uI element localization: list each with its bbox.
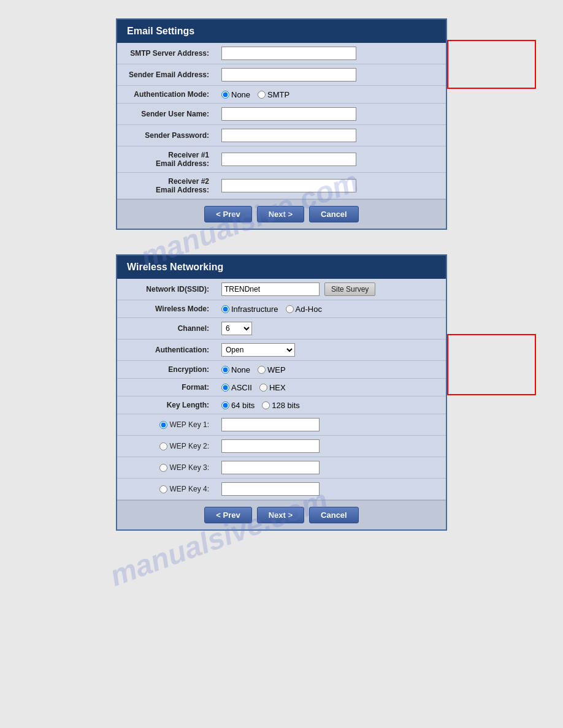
email-settings-title: Email Settings — [117, 20, 446, 43]
sender-username-label: Sender User Name: — [117, 104, 215, 125]
channel-cell: 12345 67891011 — [215, 318, 446, 339]
enc-none-option[interactable]: None — [221, 365, 250, 374]
wireless-networking-title: Wireless Networking — [117, 256, 446, 279]
infrastructure-option[interactable]: Infrastructure — [221, 305, 278, 314]
wep-key2-label: WEP Key 2: — [117, 436, 215, 457]
auth-smtp-radio[interactable] — [258, 91, 266, 99]
authentication-cell: Open Shared WPA-PSK WPA2-PSK — [215, 339, 446, 361]
receiver2-label: Receiver #2Email Address: — [117, 173, 215, 199]
key-length-label: Key Length: — [117, 396, 215, 414]
smtp-server-label: SMTP Server Address: — [117, 43, 215, 64]
wep-key3-radio-label[interactable]: WEP Key 3: — [123, 463, 209, 472]
wep-key3-input[interactable] — [221, 461, 320, 474]
email-prev-button[interactable]: < Prev — [204, 206, 251, 222]
wep-key1-label: WEP Key 1: — [117, 414, 215, 436]
wep-key1-input[interactable] — [221, 418, 320, 431]
auth-none-option[interactable]: None — [221, 90, 250, 99]
sender-password-input[interactable] — [221, 129, 356, 142]
keylength-64-option[interactable]: 64 bits — [221, 401, 255, 410]
sender-password-cell — [215, 125, 446, 146]
encryption-cell: None WEP — [215, 361, 446, 379]
receiver2-cell — [215, 173, 446, 199]
encryption-label: Encryption: — [117, 361, 215, 379]
keylength-64-radio[interactable] — [221, 401, 229, 409]
format-ascii-option[interactable]: ASCII — [221, 383, 252, 392]
wep-key2-radio-label[interactable]: WEP Key 2: — [123, 442, 209, 450]
wireless-mode-cell: Infrastructure Ad-Hoc — [215, 300, 446, 318]
wep-key4-radio[interactable] — [159, 485, 167, 493]
key-length-radio-group: 64 bits 128 bits — [221, 401, 440, 410]
authentication-select[interactable]: Open Shared WPA-PSK WPA2-PSK — [221, 343, 295, 357]
wep-key3-label: WEP Key 3: — [117, 457, 215, 479]
format-label: Format: — [117, 379, 215, 396]
smtp-server-input[interactable] — [221, 47, 356, 60]
sender-username-input[interactable] — [221, 107, 356, 121]
wep-key4-radio-label[interactable]: WEP Key 4: — [123, 485, 209, 493]
email-next-button[interactable]: Next > — [257, 206, 304, 222]
wep-key1-radio[interactable] — [159, 421, 167, 429]
auth-none-radio[interactable] — [221, 91, 229, 99]
wep-key1-cell — [215, 414, 446, 436]
adhoc-radio[interactable] — [286, 305, 294, 313]
smtp-server-cell — [215, 43, 446, 64]
encryption-radio-group: None WEP — [221, 365, 440, 374]
sender-email-input[interactable] — [221, 68, 356, 82]
auth-mode-radio-group: None SMTP — [221, 90, 440, 99]
wep-key1-radio-label[interactable]: WEP Key 1: — [123, 420, 209, 429]
channel-label: Channel: — [117, 318, 215, 339]
auth-mode-label: Authentication Mode: — [117, 86, 215, 104]
receiver1-cell — [215, 146, 446, 173]
wireless-cancel-button[interactable]: Cancel — [309, 507, 359, 523]
ssid-cell: Site Survey — [215, 279, 446, 300]
wep-key4-input[interactable] — [221, 482, 320, 496]
wireless-button-row: < Prev Next > Cancel — [117, 500, 446, 529]
email-settings-panel: Email Settings SMTP Server Address: Send… — [116, 18, 447, 230]
wireless-networking-panel: Wireless Networking Network ID(SSID): Si… — [116, 254, 447, 531]
wep-key2-cell — [215, 436, 446, 457]
ssid-input[interactable] — [221, 282, 320, 296]
format-radio-group: ASCII HEX — [221, 383, 440, 392]
receiver2-input[interactable] — [221, 179, 356, 192]
authentication-label: Authentication: — [117, 339, 215, 361]
format-hex-option[interactable]: HEX — [259, 383, 286, 392]
enc-wep-option[interactable]: WEP — [258, 365, 286, 374]
receiver1-input[interactable] — [221, 153, 356, 166]
red-highlight-email — [447, 40, 536, 89]
auth-mode-cell: None SMTP — [215, 86, 446, 104]
enc-none-radio[interactable] — [221, 366, 229, 374]
wireless-next-button[interactable]: Next > — [257, 507, 304, 523]
wireless-mode-label: Wireless Mode: — [117, 300, 215, 318]
format-cell: ASCII HEX — [215, 379, 446, 396]
sender-email-label: Sender Email Address: — [117, 64, 215, 86]
channel-select[interactable]: 12345 67891011 — [221, 322, 252, 335]
ssid-row: Site Survey — [221, 282, 440, 296]
format-ascii-radio[interactable] — [221, 384, 229, 392]
sender-password-label: Sender Password: — [117, 125, 215, 146]
receiver1-label: Receiver #1Email Address: — [117, 146, 215, 173]
wep-key2-radio[interactable] — [159, 442, 167, 450]
wep-key2-input[interactable] — [221, 439, 320, 453]
wep-key4-label: WEP Key 4: — [117, 479, 215, 500]
wep-key3-radio[interactable] — [159, 464, 167, 472]
wireless-mode-radio-group: Infrastructure Ad-Hoc — [221, 305, 440, 314]
enc-wep-radio[interactable] — [258, 366, 266, 374]
infrastructure-radio[interactable] — [221, 305, 229, 313]
adhoc-option[interactable]: Ad-Hoc — [286, 305, 322, 314]
wireless-prev-button[interactable]: < Prev — [204, 507, 251, 523]
auth-smtp-option[interactable]: SMTP — [258, 90, 289, 99]
wep-key4-cell — [215, 479, 446, 500]
email-cancel-button[interactable]: Cancel — [309, 206, 359, 222]
ssid-label: Network ID(SSID): — [117, 279, 215, 300]
keylength-128-radio[interactable] — [262, 401, 270, 409]
sender-email-cell — [215, 64, 446, 86]
format-hex-radio[interactable] — [259, 384, 267, 392]
red-highlight-wireless — [447, 334, 536, 395]
wep-key3-cell — [215, 457, 446, 479]
site-survey-button[interactable]: Site Survey — [324, 282, 375, 296]
keylength-128-option[interactable]: 128 bits — [262, 401, 300, 410]
email-button-row: < Prev Next > Cancel — [117, 199, 446, 229]
key-length-cell: 64 bits 128 bits — [215, 396, 446, 414]
sender-username-cell — [215, 104, 446, 125]
